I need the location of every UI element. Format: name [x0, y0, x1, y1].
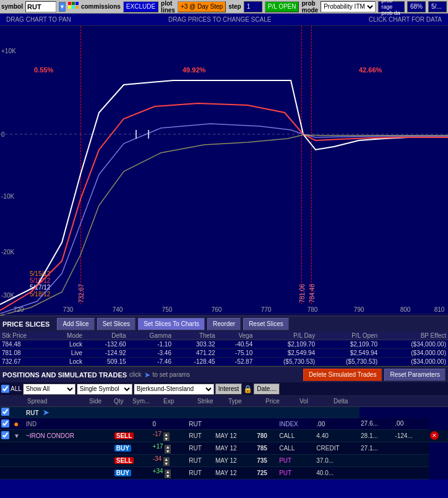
- date-button[interactable]: Date....: [254, 384, 280, 395]
- slice1-gamma: -1.10: [128, 340, 173, 349]
- iron3-strike: 735: [256, 455, 278, 467]
- iron3-step-up[interactable]: ▲: [163, 457, 170, 462]
- iron3-type: PUT: [278, 455, 315, 467]
- all-checkbox[interactable]: [1, 385, 9, 393]
- col-theta: Theta: [173, 332, 217, 340]
- iron2-step-up[interactable]: ▲: [165, 445, 171, 449]
- iron1-price: 4.40: [315, 430, 360, 442]
- iron4-check-cell: [0, 467, 12, 479]
- iron2-step-dn[interactable]: ▼: [165, 449, 171, 453]
- positions-filter-row: ALL Show All Single Symbol Bjerksund-Ste…: [0, 382, 448, 396]
- x-tick-800: 800: [400, 306, 411, 313]
- iron3-exp: MAY 12: [214, 455, 256, 467]
- iron4-delta: [394, 467, 428, 479]
- pl-open-button[interactable]: P/L OPEN: [265, 1, 299, 12]
- ind-exp: [214, 418, 256, 430]
- col-vol-header: Vol: [299, 398, 334, 405]
- top-toolbar: symbol ▼ commissions EXCLUDE plot lines …: [0, 0, 448, 14]
- iron3-check-cell: [0, 455, 12, 467]
- ind-check-cell[interactable]: [0, 418, 12, 430]
- iron1-close-button[interactable]: ✕: [430, 431, 439, 440]
- slice3-vega: -52.87: [217, 358, 255, 366]
- slice1-plopen: $2,109.70: [317, 340, 379, 349]
- iron3-step-dn[interactable]: ▼: [163, 462, 170, 466]
- iron4-qty: +34 ▲ ▼: [152, 467, 188, 479]
- iron4-step-dn[interactable]: ▼: [165, 474, 171, 478]
- iron1-expand-icon[interactable]: ▼: [14, 432, 20, 439]
- iron1-stepper[interactable]: ▲ ▼: [163, 432, 170, 441]
- iron1-step-up[interactable]: ▲: [163, 432, 170, 437]
- ind-symbol-text: IND: [26, 421, 37, 427]
- interest-button[interactable]: Interest: [215, 384, 242, 395]
- iron4-sym: RUT: [187, 467, 214, 479]
- click-data-label: CLICK CHART FOR DATA: [369, 16, 442, 23]
- set-slices-button[interactable]: Set Slices: [97, 318, 136, 330]
- x-tick-750: 750: [162, 306, 173, 313]
- set-params-label: to set params: [153, 371, 191, 378]
- col-side-header: Side: [89, 398, 114, 405]
- x-tick-740: 740: [113, 306, 123, 313]
- reorder-button[interactable]: Reorder: [207, 318, 241, 330]
- single-symbol-select[interactable]: Single Symbol: [77, 384, 132, 395]
- iron1-check-cell[interactable]: [0, 430, 12, 442]
- iron1-qty: -17 ▲ ▼: [152, 430, 188, 442]
- ind-side: [113, 418, 152, 430]
- slice1-theta: 303.32: [173, 340, 217, 349]
- slice2-delta: -124.92: [84, 349, 128, 358]
- set-slices-charts-button[interactable]: Set Slices To Charts: [138, 318, 205, 330]
- rut-checkbox[interactable]: [1, 408, 9, 416]
- ind-row: ● IND 0 RUT INDEX .00 27.6... .00: [0, 418, 448, 430]
- rut-check-cell[interactable]: [0, 407, 12, 418]
- symbol-icon[interactable]: ▼: [59, 2, 66, 12]
- x-tick-720: 720: [14, 306, 24, 313]
- delete-simulated-button[interactable]: Delete Simulated Trades: [303, 369, 382, 381]
- reset-slices-button[interactable]: Reset Slices: [243, 318, 289, 330]
- ind-sym: RUT: [187, 418, 214, 430]
- show-all-select[interactable]: Show All: [23, 384, 75, 395]
- exclude-button[interactable]: EXCLUDE: [123, 1, 158, 12]
- iron4-step-up[interactable]: ▲: [165, 470, 171, 474]
- step-button[interactable]: +3 @ Day Step: [178, 1, 226, 12]
- iron1-checkbox[interactable]: [1, 431, 9, 439]
- pct2-display: 5/...: [428, 1, 447, 12]
- symbol-label: symbol: [1, 3, 23, 10]
- symbol-input[interactable]: [25, 1, 56, 12]
- slice2-bp: ($34,000.00): [379, 349, 448, 358]
- iron3-stepper[interactable]: ▲ ▼: [163, 457, 170, 466]
- iron1-vol: 28.1...: [360, 430, 394, 442]
- iron4-stepper[interactable]: ▲ ▼: [165, 470, 171, 478]
- col-exp-header: Exp: [163, 398, 197, 405]
- slice3-bp: ($34,000.00): [379, 358, 448, 366]
- iron4-price: 40.0...: [315, 467, 360, 479]
- iron1-step-dn[interactable]: ▼: [163, 437, 170, 441]
- slice2-stk: 781.08: [0, 349, 50, 358]
- chart-area[interactable]: +10K 0 -10K -20K -30K 0.55% 49.92% 42.66…: [0, 26, 448, 316]
- x-axis: 720 730 740 750 760 770 780 790 800 810: [0, 314, 448, 314]
- iron3-side: SELL: [113, 455, 152, 467]
- lock-icon: 🔒: [243, 385, 252, 393]
- iron2-check-cell: [0, 442, 12, 455]
- rut-group-row: RUT ➤: [0, 407, 448, 418]
- drag-pan-label: DRAG CHART TO PAN: [6, 16, 71, 23]
- add-slice-button[interactable]: Add Slice: [57, 318, 94, 330]
- col-pl-open: P/L Open: [317, 332, 379, 340]
- iron4-expand-cell: [12, 467, 25, 479]
- iron-row-4: BUY +34 ▲ ▼ RUT MAY 12 725 PUT 40.0...: [0, 467, 448, 479]
- slice3-delta: 509.15: [84, 358, 128, 366]
- ind-checkbox[interactable]: [1, 419, 9, 427]
- iron4-exp: MAY 12: [214, 467, 256, 479]
- pricing-model-select[interactable]: Bjerksund-Stensland: [134, 384, 214, 395]
- slice-row-2: 781.08 Live -124.92 -3.46 471.22 -75.10 …: [0, 349, 448, 358]
- col-delta: Delta: [84, 332, 128, 340]
- iron1-expand-cell[interactable]: ▼: [12, 430, 25, 442]
- reset-parameters-button[interactable]: Reset Parameters: [384, 369, 446, 381]
- prob-mode-select[interactable]: Probability ITM: [321, 1, 376, 12]
- click-label: click: [129, 371, 141, 378]
- iron4-qty-val: +34: [153, 468, 163, 474]
- iron1-strike: 780: [256, 430, 278, 442]
- iron2-stepper[interactable]: ▲ ▼: [165, 445, 171, 453]
- iron1-label: ~IRON CONDOR: [25, 430, 113, 442]
- slice2-plopen: $2,549.94: [317, 349, 379, 358]
- rut-symbol: RUT ➤: [25, 407, 360, 418]
- iron1-x-cell[interactable]: ✕: [429, 430, 448, 442]
